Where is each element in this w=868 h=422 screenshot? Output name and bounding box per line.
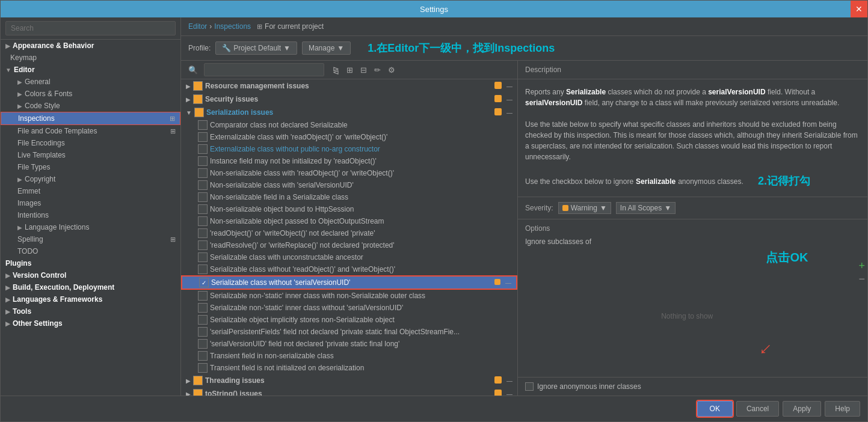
filter-icon2[interactable]: ⧎ (330, 64, 342, 76)
sidebar-item-code-style[interactable]: ▶ Code Style (1, 100, 180, 112)
sidebar-item-languages[interactable]: ▶ Languages & Frameworks (1, 293, 180, 305)
item-checkbox[interactable] (198, 252, 208, 262)
sidebar-item-file-code-templates[interactable]: File and Code Templates ⊞ (1, 125, 180, 137)
item-checkbox[interactable] (198, 180, 208, 190)
profile-button[interactable]: 🔧 Project Default ▼ (215, 41, 297, 55)
group-checkbox[interactable] (193, 389, 203, 396)
item-checkbox[interactable] (198, 363, 208, 373)
list-item[interactable]: Comparator class not declared Serializab… (181, 119, 517, 131)
sidebar-item-general[interactable]: ▶ General (1, 76, 180, 88)
item-checkbox[interactable] (198, 303, 208, 313)
list-item[interactable]: 'readResolve()' or 'writeReplace()' not … (181, 239, 517, 251)
list-item[interactable]: Serializable non-'static' inner class wi… (181, 302, 517, 314)
group-tostring[interactable]: ▶ toString() issues — (181, 387, 517, 396)
item-checkbox[interactable] (198, 168, 208, 178)
search-input[interactable] (5, 21, 176, 35)
settings-icon[interactable]: ⚙ (386, 64, 398, 76)
item-checkbox[interactable] (198, 192, 208, 202)
list-item[interactable]: Instance field may not be initialized by… (181, 155, 517, 167)
list-item[interactable]: Transient field in non-serializable clas… (181, 350, 517, 362)
item-checkbox[interactable] (198, 132, 208, 142)
list-item[interactable]: 'serialPersistentFields' field not decla… (181, 326, 517, 338)
inspections-search[interactable] (204, 63, 324, 76)
filter-icon[interactable]: 🔍 (186, 64, 200, 76)
item-checkbox[interactable] (198, 204, 208, 214)
manage-button[interactable]: Manage ▼ (302, 41, 351, 55)
item-checkbox[interactable] (198, 339, 208, 349)
list-item[interactable]: Transient field is not initialized on de… (181, 362, 517, 374)
sidebar-item-other-settings[interactable]: ▶ Other Settings (1, 317, 180, 329)
list-item[interactable]: 'serialVersionUID' field not declared 'p… (181, 338, 517, 350)
cancel-button[interactable]: Cancel (736, 401, 779, 417)
sidebar-item-file-encodings[interactable]: File Encodings (1, 137, 180, 149)
list-item-selected[interactable]: ✓ Serializable class without 'serialVers… (181, 275, 517, 290)
sidebar-item-inspections[interactable]: Inspections ⊞ (1, 112, 180, 125)
close-button[interactable]: ✕ (851, 1, 867, 17)
item-checkbox[interactable] (198, 327, 208, 337)
breadcrumb-inspections[interactable]: Inspections (214, 22, 251, 31)
item-checkbox[interactable] (198, 265, 208, 274)
sidebar-item-todo[interactable]: TODO (1, 245, 180, 257)
sidebar-item-build[interactable]: ▶ Build, Execution, Deployment (1, 281, 180, 293)
list-item[interactable]: Non-serializable object passed to Object… (181, 215, 517, 227)
breadcrumb-editor[interactable]: Editor (188, 22, 207, 31)
group-checkbox[interactable] (193, 376, 203, 385)
edit-icon[interactable]: ✏ (372, 64, 383, 76)
scope-select[interactable]: In All Scopes ▼ (616, 202, 676, 214)
sidebar-item-version-control[interactable]: ▶ Version Control (1, 269, 180, 281)
item-checkbox[interactable] (198, 291, 208, 301)
sidebar-item-colors-fonts[interactable]: ▶ Colors & Fonts (1, 88, 180, 100)
item-checkbox[interactable] (198, 351, 208, 361)
list-item[interactable]: Externalizable class without public no-a… (181, 143, 517, 155)
list-item[interactable]: Serializable non-'static' inner class wi… (181, 290, 517, 302)
sidebar-item-plugins[interactable]: Plugins (1, 257, 180, 269)
item-checkbox[interactable] (198, 216, 208, 226)
group-checkbox[interactable] (194, 108, 204, 117)
list-item[interactable]: 'readObject()' or 'writeObject()' not de… (181, 227, 517, 239)
item-checkbox[interactable] (198, 144, 208, 154)
sidebar-item-copyright[interactable]: ▶ Copyright (1, 173, 180, 185)
sidebar-item-file-types[interactable]: File Types (1, 161, 180, 173)
sidebar-item-spelling[interactable]: Spelling ⊞ (1, 233, 180, 245)
item-checkbox[interactable] (198, 228, 208, 238)
ignore-anon-checkbox[interactable] (525, 382, 534, 391)
sidebar-item-language-injections[interactable]: ▶ Language Injections (1, 221, 180, 233)
sidebar-item-tools[interactable]: ▶ Tools (1, 305, 180, 317)
sidebar-item-intentions[interactable]: Intentions (1, 209, 180, 221)
group-serialization[interactable]: ▼ Serialization issues — (181, 106, 517, 119)
minus-icon: — (506, 391, 512, 396)
list-item[interactable]: Serializable object implicitly stores no… (181, 314, 517, 326)
list-item[interactable]: Non-serializable object bound to HttpSes… (181, 203, 517, 215)
add-button[interactable]: + (858, 260, 865, 271)
sidebar-item-live-templates[interactable]: Live Templates (1, 149, 180, 161)
help-button[interactable]: Help (825, 401, 860, 417)
apply-button[interactable]: Apply (783, 401, 821, 417)
list-item[interactable]: Serializable class with unconstructable … (181, 251, 517, 263)
list-item[interactable]: Externalizable class with 'readObject()'… (181, 131, 517, 143)
list-item[interactable]: Non-serializable class with 'serialVersi… (181, 179, 517, 191)
list-item[interactable]: Serializable class without 'readObject()… (181, 263, 517, 275)
item-checkbox-selected[interactable]: ✓ (199, 278, 209, 287)
group-threading[interactable]: ▶ Threading issues — (181, 374, 517, 387)
ok-button[interactable]: OK (697, 401, 733, 417)
group-checkbox[interactable] (193, 94, 203, 104)
expand-icon[interactable]: ⊞ (344, 64, 356, 76)
group-security[interactable]: ▶ Security issues — (181, 93, 517, 106)
sidebar-item-emmet[interactable]: Emmet (1, 185, 180, 197)
list-item[interactable]: Non-serializable class with 'readObject(… (181, 167, 517, 179)
item-checkbox[interactable] (198, 120, 208, 130)
list-item[interactable]: Non-serializable field in a Serializable… (181, 191, 517, 203)
sidebar-item-images[interactable]: Images (1, 197, 180, 209)
group-resource[interactable]: ▶ Resource management issues — (181, 79, 517, 93)
item-checkbox[interactable] (198, 240, 208, 250)
collapse-icon[interactable]: ⊟ (358, 64, 369, 76)
item-checkbox[interactable] (198, 156, 208, 166)
severity-select[interactable]: Warning ▼ (558, 202, 611, 214)
group-checkbox[interactable] (193, 81, 203, 91)
sidebar-item-editor[interactable]: ▼ Editor (1, 64, 180, 76)
sidebar-item-appearance[interactable]: ▶ Appearance & Behavior (1, 40, 180, 52)
sidebar-item-keymap[interactable]: Keymap (1, 52, 180, 64)
severity-row: Severity: Warning ▼ In All Scopes ▼ (518, 197, 867, 219)
remove-button[interactable]: − (858, 274, 865, 284)
item-checkbox[interactable] (198, 315, 208, 325)
